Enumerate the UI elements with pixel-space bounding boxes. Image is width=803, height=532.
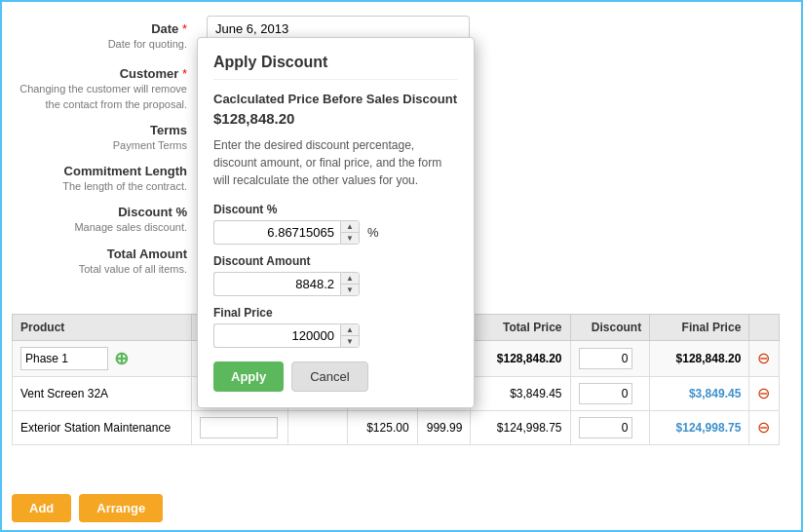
phase-name-input[interactable]	[20, 347, 108, 370]
form-section: Date * Date for quoting. Customer * Chan…	[2, 2, 207, 297]
total-row: Total Amount Total value of all items.	[2, 247, 197, 276]
phase-discount-input[interactable]	[579, 348, 632, 369]
customer-required: *	[182, 66, 187, 81]
product-remove-1: ⊖	[749, 377, 780, 411]
terms-row: Terms Payment Terms	[2, 123, 197, 152]
arrange-button[interactable]: Arrange	[79, 494, 163, 522]
customer-label: Customer	[120, 66, 179, 81]
col-header-discount: Discount	[570, 315, 650, 341]
product-name-1: Vent Screen 32A	[13, 377, 192, 411]
main-content: Date * Date for quoting. Customer * Chan…	[0, 0, 803, 532]
product-name-2: Exterior Station Maintenance	[13, 411, 192, 445]
date-row: Date * Date for quoting.	[2, 21, 197, 51]
add-button[interactable]: Add	[12, 494, 71, 522]
discount-percent-spinner-container: 6.86715065 ▲ ▼	[213, 220, 360, 245]
discount-percent-row: 6.86715065 ▲ ▼ %	[213, 220, 458, 245]
product-remove-button-1[interactable]: ⊖	[757, 386, 770, 401]
bottom-buttons: Add Arrange	[12, 494, 163, 522]
product-unit-price-2: $125.00	[348, 411, 417, 445]
discount-hint: Manage sales discount.	[74, 221, 187, 233]
product-discount-input-2[interactable]	[579, 417, 632, 438]
col-header-final-price: Final Price	[650, 315, 749, 341]
final-price-down[interactable]: ▼	[341, 336, 359, 347]
final-price-input[interactable]: 120000	[213, 323, 340, 348]
discount-percent-unit: %	[367, 225, 379, 240]
customer-hint: Changing the customer will remove the co…	[19, 83, 187, 109]
discount-percent-up[interactable]: ▲	[341, 221, 359, 233]
apply-button[interactable]: Apply	[213, 361, 284, 392]
total-hint: Total value of all items.	[79, 263, 187, 275]
product-discount-2	[570, 411, 650, 445]
product-discount-input-1[interactable]	[579, 383, 632, 404]
phase-add-button[interactable]: ⊕	[114, 350, 129, 367]
discount-amount-input[interactable]: 8848.2	[213, 272, 340, 296]
product-col3-2	[287, 411, 347, 445]
final-price-row: 120000 ▲ ▼	[213, 323, 458, 348]
discount-amount-row: 8848.2 ▲ ▼	[213, 272, 458, 296]
date-hint: Date for quoting.	[108, 38, 187, 50]
col-header-product: Product	[13, 315, 192, 341]
final-price-label: Final Price	[213, 306, 458, 320]
customer-row: Customer * Changing the customer will re…	[2, 66, 197, 111]
popup-description: Enter the desired discount percentage, d…	[213, 136, 458, 189]
popup-price-label: Caclculated Price Before Sales Discount	[213, 92, 458, 106]
product-total-1: $3,849.45	[471, 377, 570, 411]
commitment-row: Commitment Length The length of the cont…	[2, 164, 197, 193]
col-header-action	[749, 315, 780, 341]
phase-total-price: $128,848.20	[471, 341, 570, 377]
discount-amount-spinner: ▲ ▼	[340, 272, 360, 296]
table-row: Exterior Station Maintenance $125.00 999…	[13, 411, 780, 445]
popup-price-value: $128,848.20	[213, 110, 458, 127]
phase-name: ⊕	[13, 341, 192, 377]
phase-final-price: $128,848.20	[650, 341, 749, 377]
phase-remove-button[interactable]: ⊖	[757, 351, 770, 366]
product-discount-1	[570, 377, 650, 411]
date-label: Date	[151, 21, 178, 36]
final-price-up[interactable]: ▲	[341, 324, 359, 336]
discount-label: Discount %	[118, 205, 187, 219]
popup-buttons: Apply Cancel	[213, 361, 458, 392]
final-price-spinner: ▲ ▼	[340, 323, 360, 348]
discount-percent-input[interactable]: 6.86715065	[213, 220, 340, 245]
discount-percent-label: Discount %	[213, 203, 458, 216]
discount-amount-spinner-container: 8848.2 ▲ ▼	[213, 272, 360, 296]
discount-row: Discount % Manage sales discount.	[2, 205, 197, 234]
final-price-spinner-container: 120000 ▲ ▼	[213, 323, 360, 348]
commitment-label: Commitment Length	[64, 164, 187, 178]
product-final-price-1: $3,849.45	[650, 377, 749, 411]
discount-percent-down[interactable]: ▼	[341, 233, 359, 244]
popup-title: Apply Discount	[213, 54, 458, 80]
discount-amount-up[interactable]: ▲	[341, 273, 359, 285]
terms-label: Terms	[150, 123, 187, 137]
commitment-hint: The length of the contract.	[62, 180, 187, 192]
cancel-button[interactable]: Cancel	[291, 361, 367, 392]
phase-remove: ⊖	[749, 341, 780, 377]
product-field-2[interactable]	[200, 417, 278, 438]
discount-amount-label: Discount Amount	[213, 254, 458, 268]
date-required: *	[182, 21, 187, 36]
phase-discount	[570, 341, 650, 377]
product-total-2: $124,998.75	[471, 411, 570, 445]
product-input-2	[191, 411, 287, 445]
product-remove-button-2[interactable]: ⊖	[757, 420, 770, 436]
total-label: Total Amount	[107, 247, 187, 261]
product-remove-2: ⊖	[749, 411, 780, 445]
discount-percent-spinner: ▲ ▼	[340, 220, 360, 245]
apply-discount-popup: Apply Discount Caclculated Price Before …	[197, 37, 475, 408]
product-qty-2: 999.99	[417, 411, 471, 445]
discount-amount-down[interactable]: ▼	[341, 285, 359, 295]
product-final-price-2: $124,998.75	[650, 411, 749, 445]
terms-hint: Payment Terms	[113, 139, 187, 151]
col-header-total-price: Total Price	[471, 315, 570, 341]
